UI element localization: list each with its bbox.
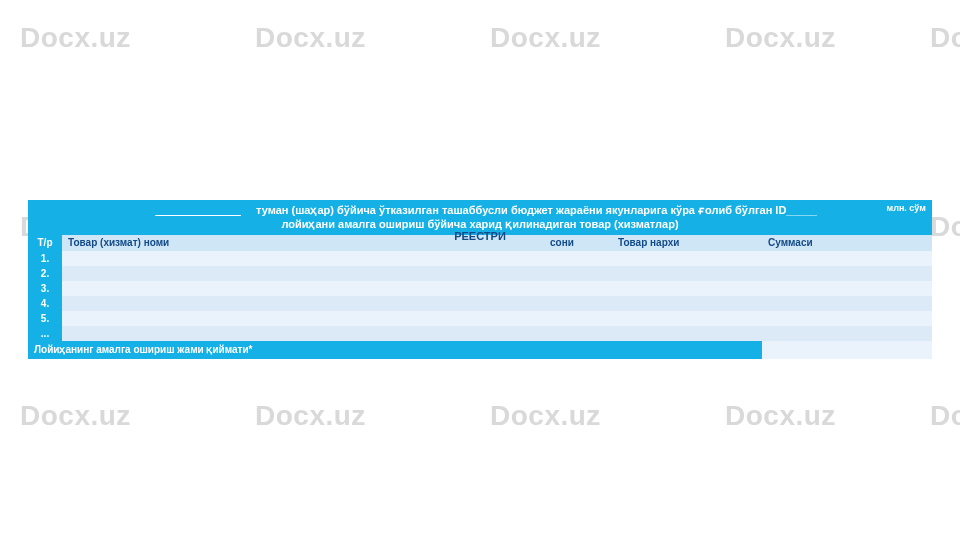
amount-unit-label: млн. сўм (887, 203, 926, 215)
header-name: Товар (хизмат) номи (62, 235, 512, 251)
watermark: Docx. (930, 211, 960, 243)
title-text: ______________ туман (шаҳар) бўйича ўтка… (143, 204, 817, 230)
watermark: Docx.uz (255, 400, 366, 432)
document-content: ______________ туман (шаҳар) бўйича ўтка… (28, 200, 932, 359)
row-num: 5. (28, 311, 62, 326)
table-total-row: Лойиҳанинг амалга ошириш жами қиймати* (28, 341, 932, 359)
watermark: Docx.uz (20, 400, 131, 432)
table-row: 5. (28, 311, 932, 326)
table-title: ______________ туман (шаҳар) бўйича ўтка… (28, 200, 932, 235)
watermark: Docx.uz (255, 22, 366, 54)
watermark: Docx. (930, 400, 960, 432)
header-unit: сони (512, 235, 612, 251)
title-line2: лойиҳани амалга ошириш бўйича харид қили… (281, 218, 678, 230)
watermark: Docx.uz (490, 22, 601, 54)
title-body: туман (шаҳар) бўйича ўтказилган ташаббус… (253, 204, 817, 216)
header-sum: Суммаси (762, 235, 932, 251)
table-row: 4. (28, 296, 932, 311)
table-row: 3. (28, 281, 932, 296)
total-label: Лойиҳанинг амалга ошириш жами қиймати* (28, 341, 762, 359)
watermark: Docx.uz (20, 22, 131, 54)
header-num: Т/р (28, 235, 62, 251)
watermark: Docx. (930, 22, 960, 54)
row-num: 2. (28, 266, 62, 281)
table-header-row: Т/р Товар (хизмат) номи сони Товар нархи… (28, 235, 932, 251)
row-num: 4. (28, 296, 62, 311)
row-num: 3. (28, 281, 62, 296)
table-row: 1. (28, 251, 932, 266)
registry-table: Т/р Товар (хизмат) номи сони Товар нархи… (28, 235, 932, 359)
table-row: ... (28, 326, 932, 341)
header-price: Товар нархи (612, 235, 762, 251)
watermark: Docx.uz (725, 400, 836, 432)
table-row: 2. (28, 266, 932, 281)
watermark: Docx.uz (490, 400, 601, 432)
row-num: 1. (28, 251, 62, 266)
row-num: ... (28, 326, 62, 341)
total-value (762, 341, 932, 359)
title-blank-1: ______________ (143, 203, 253, 217)
watermark: Docx.uz (725, 22, 836, 54)
